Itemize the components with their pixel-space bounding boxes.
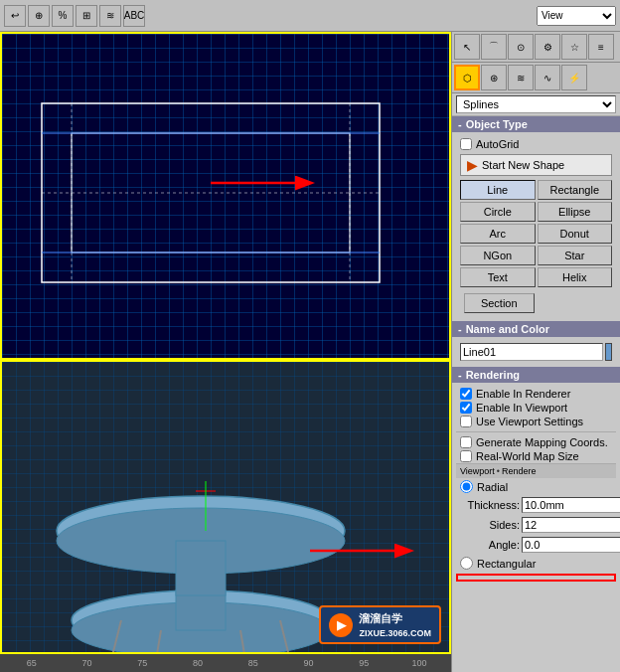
rendering-minus-icon: - — [458, 369, 462, 381]
rendering-label: Rendering — [466, 369, 520, 381]
start-new-shape-btn[interactable]: ▶ Start New Shape — [460, 154, 612, 176]
angle-input[interactable] — [522, 537, 620, 553]
sides-label: Sides: — [460, 519, 520, 531]
viewport-top[interactable] — [0, 32, 451, 360]
toolbar-icon-1[interactable]: ↩ — [4, 5, 26, 27]
section-btn[interactable]: Section — [464, 293, 535, 313]
enable-viewport-label: Enable In Viewport — [476, 402, 567, 414]
rectangular-radio[interactable] — [460, 557, 473, 570]
red-arrow-indicator — [201, 163, 320, 205]
right-icon-bar: ↖ ⌒ ⊙ ⚙ ☆ ≡ — [452, 32, 620, 63]
right-icon-settings[interactable]: ⚙ — [535, 34, 560, 60]
shape-btn-ngon[interactable]: NGon — [460, 246, 536, 265]
viewport-dropdown[interactable]: View — [537, 6, 616, 26]
object-type-label: Object Type — [466, 118, 528, 130]
renderer-toggle-label: Rendere — [502, 466, 537, 476]
enable-renderer-row: Enable In Renderer — [456, 387, 616, 401]
right-icon-b[interactable]: ⊛ — [481, 65, 507, 90]
shape-buttons-grid: Line Rectangle Circle Ellipse Arc Donut … — [456, 178, 616, 289]
ruler-100: 100 — [391, 658, 447, 668]
use-viewport-row: Use Viewport Settings — [456, 415, 616, 428]
name-input[interactable] — [460, 343, 603, 361]
toolbar-icon-6[interactable]: ABC — [123, 5, 145, 27]
name-color-header[interactable]: - Name and Color — [452, 321, 620, 337]
rectangular-label: Rectangular — [477, 558, 536, 570]
watermark: ▶ 溜溜自学ZIXUE.3066.COM — [319, 605, 441, 644]
use-viewport-cb[interactable] — [460, 416, 472, 427]
right-icon-extra[interactable]: ≡ — [588, 34, 614, 60]
real-world-label: Real-World Map Size — [476, 450, 579, 462]
autogrid-row: AutoGrid — [456, 136, 616, 152]
toggle-separator: • — [497, 466, 500, 476]
gen-mapping-row: Generate Mapping Coords. — [456, 435, 616, 449]
ruler-marks: 65 70 75 80 85 90 95 100 — [4, 658, 447, 668]
svg-rect-10 — [176, 590, 226, 630]
viewport-3d[interactable]: ▶ 溜溜自学ZIXUE.3066.COM — [0, 360, 451, 654]
bottom-ruler: 65 70 75 80 85 90 95 100 — [0, 654, 451, 672]
shape-btn-donut[interactable]: Donut — [538, 224, 613, 244]
real-world-row: Real-World Map Size — [456, 449, 616, 463]
start-arrow-icon: ▶ — [467, 157, 478, 173]
right-icon-active[interactable]: ⬡ — [454, 65, 480, 90]
toolbar-icon-2[interactable]: ⊕ — [28, 5, 50, 27]
right-icon-lamp[interactable]: ☆ — [561, 34, 587, 60]
radial-label: Radial — [477, 481, 508, 493]
right-icon-wrap[interactable]: ⊙ — [508, 34, 534, 60]
watermark-text: 溜溜自学ZIXUE.3066.COM — [359, 611, 431, 638]
ruler-90: 90 — [281, 658, 337, 668]
right-icon-c[interactable]: ≋ — [508, 65, 534, 90]
shape-btn-helix[interactable]: Helix — [538, 267, 613, 287]
thickness-input[interactable] — [522, 497, 620, 513]
viewport-toggle-label: Viewport — [460, 466, 495, 476]
splines-select[interactable]: Splines — [456, 95, 616, 113]
real-world-cb[interactable] — [460, 450, 472, 462]
toolbar-icon-3[interactable]: % — [52, 5, 74, 27]
highlight-radial-section — [456, 574, 616, 582]
object-type-header[interactable]: - Object Type — [452, 116, 620, 132]
enable-viewport-cb[interactable] — [460, 402, 472, 414]
right-icon-bezier[interactable]: ⌒ — [481, 34, 507, 60]
rendering-content: Enable In Renderer Enable In Viewport Us… — [452, 383, 620, 588]
shape-btn-ellipse[interactable]: Ellipse — [538, 202, 613, 222]
radial-row: Radial — [456, 478, 616, 495]
shape-btn-circle[interactable]: Circle — [460, 202, 536, 222]
autogrid-checkbox[interactable] — [460, 138, 472, 150]
watermark-logo: ▶ — [329, 613, 353, 637]
angle-label: Angle: — [460, 539, 520, 551]
shape-btn-text[interactable]: Text — [460, 267, 536, 287]
toolbar-icon-4[interactable]: ⊞ — [76, 5, 97, 27]
object-type-content: AutoGrid ▶ Start New Shape Line Rectangl… — [452, 132, 620, 321]
use-viewport-label: Use Viewport Settings — [476, 416, 583, 427]
sides-input[interactable] — [522, 517, 620, 533]
splines-row: Splines — [452, 93, 620, 116]
svg-rect-13 — [176, 541, 226, 595]
enable-renderer-label: Enable In Renderer — [476, 388, 570, 400]
shape-btn-star[interactable]: Star — [538, 246, 613, 265]
ruler-65: 65 — [4, 658, 60, 668]
right-panel: ↖ ⌒ ⊙ ⚙ ☆ ≡ ⬡ ⊛ ≋ ∿ ⚡ Splines — [451, 32, 620, 672]
radial-radio[interactable] — [460, 480, 473, 493]
shape-btn-line[interactable]: Line — [460, 180, 536, 200]
thickness-label: Thickness: — [460, 499, 520, 511]
gen-mapping-cb[interactable] — [460, 436, 472, 448]
arrow-svg — [201, 163, 320, 203]
right-icon-d[interactable]: ∿ — [535, 65, 560, 90]
shape-btn-rectangle[interactable]: Rectangle — [538, 180, 613, 200]
right-icon-pointer[interactable]: ↖ — [454, 34, 480, 60]
gen-mapping-label: Generate Mapping Coords. — [476, 436, 608, 448]
enable-viewport-row: Enable In Viewport — [456, 401, 616, 415]
viewport-area: ▶ 溜溜自学ZIXUE.3066.COM 65 70 75 80 85 90 9… — [0, 32, 451, 672]
autogrid-label: AutoGrid — [476, 138, 519, 150]
ruler-95: 95 — [337, 658, 392, 668]
name-color-minus-icon: - — [458, 323, 462, 335]
right-icon-bar-2: ⬡ ⊛ ≋ ∿ ⚡ — [452, 63, 620, 93]
rendering-header[interactable]: - Rendering — [452, 367, 620, 383]
divider — [456, 431, 616, 432]
enable-renderer-cb[interactable] — [460, 388, 472, 400]
right-icon-e[interactable]: ⚡ — [561, 65, 587, 90]
shape-btn-arc[interactable]: Arc — [460, 224, 536, 244]
ruler-70: 70 — [60, 658, 115, 668]
color-swatch[interactable] — [605, 343, 612, 361]
toolbar-icon-5[interactable]: ≋ — [99, 5, 121, 27]
start-new-shape-label: Start New Shape — [482, 159, 564, 171]
